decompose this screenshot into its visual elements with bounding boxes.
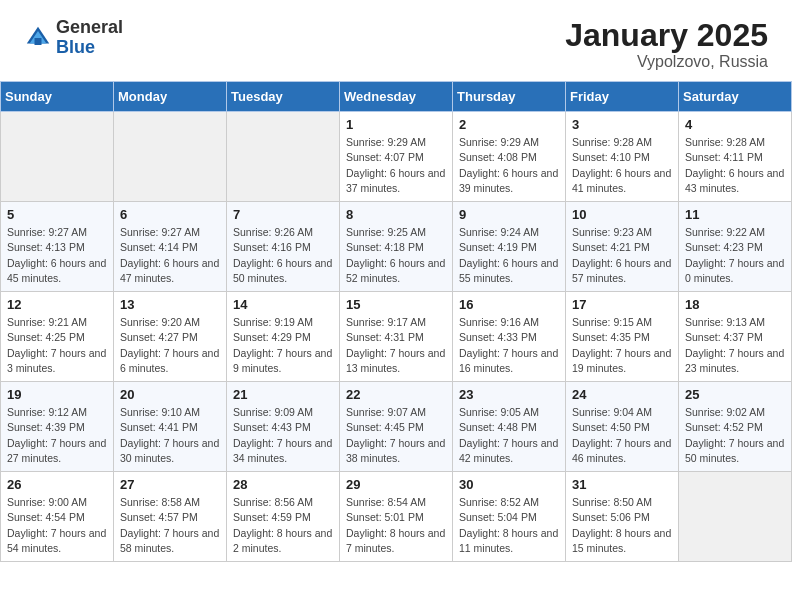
calendar-week-3: 12Sunrise: 9:21 AM Sunset: 4:25 PM Dayli… [1,292,792,382]
day-number: 8 [346,207,446,222]
calendar-cell: 21Sunrise: 9:09 AM Sunset: 4:43 PM Dayli… [227,382,340,472]
day-number: 3 [572,117,672,132]
day-of-week-tuesday: Tuesday [227,82,340,112]
calendar-cell: 17Sunrise: 9:15 AM Sunset: 4:35 PM Dayli… [566,292,679,382]
calendar-cell [227,112,340,202]
calendar-header: SundayMondayTuesdayWednesdayThursdayFrid… [1,82,792,112]
day-number: 23 [459,387,559,402]
day-info: Sunrise: 8:56 AM Sunset: 4:59 PM Dayligh… [233,495,333,556]
day-info: Sunrise: 9:09 AM Sunset: 4:43 PM Dayligh… [233,405,333,466]
day-number: 9 [459,207,559,222]
day-info: Sunrise: 9:26 AM Sunset: 4:16 PM Dayligh… [233,225,333,286]
day-number: 28 [233,477,333,492]
calendar-cell: 10Sunrise: 9:23 AM Sunset: 4:21 PM Dayli… [566,202,679,292]
day-number: 6 [120,207,220,222]
day-info: Sunrise: 9:16 AM Sunset: 4:33 PM Dayligh… [459,315,559,376]
day-info: Sunrise: 9:22 AM Sunset: 4:23 PM Dayligh… [685,225,785,286]
day-info: Sunrise: 9:27 AM Sunset: 4:13 PM Dayligh… [7,225,107,286]
day-number: 13 [120,297,220,312]
month-title: January 2025 [565,18,768,53]
calendar-cell: 4Sunrise: 9:28 AM Sunset: 4:11 PM Daylig… [679,112,792,202]
day-info: Sunrise: 9:07 AM Sunset: 4:45 PM Dayligh… [346,405,446,466]
calendar-cell: 27Sunrise: 8:58 AM Sunset: 4:57 PM Dayli… [114,472,227,562]
calendar-cell: 20Sunrise: 9:10 AM Sunset: 4:41 PM Dayli… [114,382,227,472]
day-info: Sunrise: 9:00 AM Sunset: 4:54 PM Dayligh… [7,495,107,556]
calendar-cell: 19Sunrise: 9:12 AM Sunset: 4:39 PM Dayli… [1,382,114,472]
day-number: 5 [7,207,107,222]
day-number: 4 [685,117,785,132]
calendar-cell: 3Sunrise: 9:28 AM Sunset: 4:10 PM Daylig… [566,112,679,202]
day-info: Sunrise: 9:17 AM Sunset: 4:31 PM Dayligh… [346,315,446,376]
day-number: 18 [685,297,785,312]
day-info: Sunrise: 9:05 AM Sunset: 4:48 PM Dayligh… [459,405,559,466]
day-info: Sunrise: 9:20 AM Sunset: 4:27 PM Dayligh… [120,315,220,376]
day-info: Sunrise: 9:28 AM Sunset: 4:10 PM Dayligh… [572,135,672,196]
calendar-cell: 22Sunrise: 9:07 AM Sunset: 4:45 PM Dayli… [340,382,453,472]
calendar-cell: 1Sunrise: 9:29 AM Sunset: 4:07 PM Daylig… [340,112,453,202]
day-info: Sunrise: 9:04 AM Sunset: 4:50 PM Dayligh… [572,405,672,466]
calendar-cell: 6Sunrise: 9:27 AM Sunset: 4:14 PM Daylig… [114,202,227,292]
calendar-cell [1,112,114,202]
day-number: 21 [233,387,333,402]
day-number: 22 [346,387,446,402]
day-number: 10 [572,207,672,222]
calendar-week-5: 26Sunrise: 9:00 AM Sunset: 4:54 PM Dayli… [1,472,792,562]
day-info: Sunrise: 9:19 AM Sunset: 4:29 PM Dayligh… [233,315,333,376]
day-info: Sunrise: 8:58 AM Sunset: 4:57 PM Dayligh… [120,495,220,556]
day-of-week-sunday: Sunday [1,82,114,112]
calendar-cell: 5Sunrise: 9:27 AM Sunset: 4:13 PM Daylig… [1,202,114,292]
day-info: Sunrise: 9:12 AM Sunset: 4:39 PM Dayligh… [7,405,107,466]
day-number: 16 [459,297,559,312]
calendar-cell: 13Sunrise: 9:20 AM Sunset: 4:27 PM Dayli… [114,292,227,382]
calendar-table: SundayMondayTuesdayWednesdayThursdayFrid… [0,81,792,562]
svg-rect-2 [35,38,42,45]
day-of-week-monday: Monday [114,82,227,112]
logo: General Blue [24,18,123,58]
day-number: 20 [120,387,220,402]
day-info: Sunrise: 9:21 AM Sunset: 4:25 PM Dayligh… [7,315,107,376]
day-info: Sunrise: 9:15 AM Sunset: 4:35 PM Dayligh… [572,315,672,376]
calendar-cell: 15Sunrise: 9:17 AM Sunset: 4:31 PM Dayli… [340,292,453,382]
day-info: Sunrise: 8:50 AM Sunset: 5:06 PM Dayligh… [572,495,672,556]
day-number: 29 [346,477,446,492]
calendar-week-4: 19Sunrise: 9:12 AM Sunset: 4:39 PM Dayli… [1,382,792,472]
day-of-week-saturday: Saturday [679,82,792,112]
day-info: Sunrise: 8:52 AM Sunset: 5:04 PM Dayligh… [459,495,559,556]
calendar-cell [679,472,792,562]
logo-text: General Blue [56,18,123,58]
header-row: SundayMondayTuesdayWednesdayThursdayFrid… [1,82,792,112]
calendar-cell [114,112,227,202]
calendar-cell: 26Sunrise: 9:00 AM Sunset: 4:54 PM Dayli… [1,472,114,562]
day-number: 7 [233,207,333,222]
day-number: 17 [572,297,672,312]
day-number: 15 [346,297,446,312]
page-header: General Blue January 2025 Vypolzovo, Rus… [0,0,792,81]
day-of-week-thursday: Thursday [453,82,566,112]
day-info: Sunrise: 8:54 AM Sunset: 5:01 PM Dayligh… [346,495,446,556]
calendar-week-1: 1Sunrise: 9:29 AM Sunset: 4:07 PM Daylig… [1,112,792,202]
calendar-cell: 29Sunrise: 8:54 AM Sunset: 5:01 PM Dayli… [340,472,453,562]
calendar-cell: 23Sunrise: 9:05 AM Sunset: 4:48 PM Dayli… [453,382,566,472]
day-info: Sunrise: 9:27 AM Sunset: 4:14 PM Dayligh… [120,225,220,286]
day-info: Sunrise: 9:28 AM Sunset: 4:11 PM Dayligh… [685,135,785,196]
calendar-cell: 31Sunrise: 8:50 AM Sunset: 5:06 PM Dayli… [566,472,679,562]
calendar-cell: 18Sunrise: 9:13 AM Sunset: 4:37 PM Dayli… [679,292,792,382]
calendar-cell: 9Sunrise: 9:24 AM Sunset: 4:19 PM Daylig… [453,202,566,292]
day-info: Sunrise: 9:24 AM Sunset: 4:19 PM Dayligh… [459,225,559,286]
day-number: 25 [685,387,785,402]
calendar-body: 1Sunrise: 9:29 AM Sunset: 4:07 PM Daylig… [1,112,792,562]
calendar-cell: 24Sunrise: 9:04 AM Sunset: 4:50 PM Dayli… [566,382,679,472]
title-block: January 2025 Vypolzovo, Russia [565,18,768,71]
day-info: Sunrise: 9:23 AM Sunset: 4:21 PM Dayligh… [572,225,672,286]
calendar-cell: 28Sunrise: 8:56 AM Sunset: 4:59 PM Dayli… [227,472,340,562]
day-number: 27 [120,477,220,492]
logo-general-text: General [56,18,123,38]
day-number: 1 [346,117,446,132]
calendar-cell: 8Sunrise: 9:25 AM Sunset: 4:18 PM Daylig… [340,202,453,292]
day-info: Sunrise: 9:29 AM Sunset: 4:08 PM Dayligh… [459,135,559,196]
calendar-cell: 12Sunrise: 9:21 AM Sunset: 4:25 PM Dayli… [1,292,114,382]
day-info: Sunrise: 9:10 AM Sunset: 4:41 PM Dayligh… [120,405,220,466]
calendar-cell: 25Sunrise: 9:02 AM Sunset: 4:52 PM Dayli… [679,382,792,472]
day-of-week-friday: Friday [566,82,679,112]
day-info: Sunrise: 9:13 AM Sunset: 4:37 PM Dayligh… [685,315,785,376]
